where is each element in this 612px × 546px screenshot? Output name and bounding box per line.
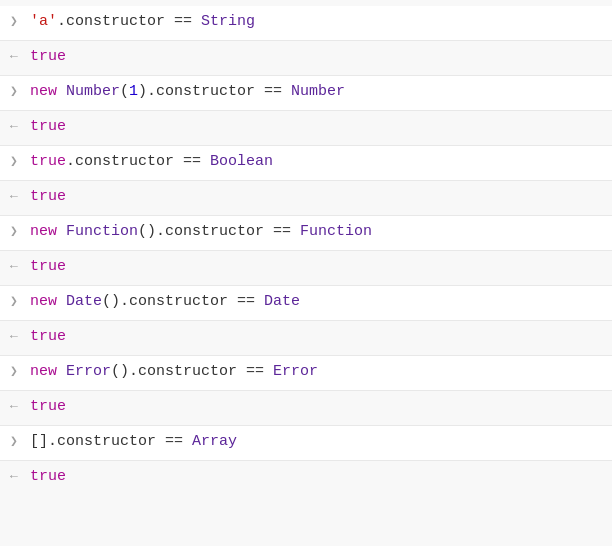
code-token: ( [120, 83, 129, 100]
code-line: true [28, 324, 612, 351]
output-row: ←true [0, 391, 612, 425]
code-token: new [30, 83, 66, 100]
code-token: .constructor == [57, 13, 201, 30]
code-token: Number [291, 83, 345, 100]
code-line: true [28, 394, 612, 421]
output-arrow: ← [0, 117, 28, 134]
code-token: String [201, 13, 255, 30]
code-token: 'a' [30, 13, 57, 30]
code-line: true [28, 114, 612, 141]
code-token: true [30, 398, 66, 415]
code-token: true [30, 328, 66, 345]
code-token: ).constructor == [138, 83, 291, 100]
input-row: ❯new Date().constructor == Date [0, 286, 612, 320]
output-row: ←true [0, 461, 612, 495]
output-arrow: ← [0, 257, 28, 274]
code-line: new Error().constructor == Error [28, 359, 612, 386]
code-token: true [30, 118, 66, 135]
code-token: new [30, 223, 66, 240]
code-token: Function [300, 223, 372, 240]
code-token: ().constructor == [102, 293, 264, 310]
code-line: 'a'.constructor == String [28, 9, 612, 36]
code-token: Boolean [210, 153, 273, 170]
code-token: ().constructor == [138, 223, 300, 240]
code-token: Number [66, 83, 120, 100]
code-line: true [28, 254, 612, 281]
input-row: ❯new Number(1).constructor == Number [0, 76, 612, 110]
input-row: ❯'a'.constructor == String [0, 6, 612, 40]
output-row: ←true [0, 41, 612, 75]
input-arrow: ❯ [0, 151, 28, 169]
output-arrow: ← [0, 327, 28, 344]
code-token: new [30, 363, 66, 380]
code-line: true.constructor == Boolean [28, 149, 612, 176]
code-token: Function [66, 223, 138, 240]
input-arrow: ❯ [0, 431, 28, 449]
input-row: ❯new Error().constructor == Error [0, 356, 612, 390]
console-container: ❯'a'.constructor == String←true❯new Numb… [0, 0, 612, 546]
code-token: ().constructor == [111, 363, 273, 380]
code-token: true [30, 48, 66, 65]
code-line: true [28, 44, 612, 71]
input-arrow: ❯ [0, 291, 28, 309]
output-row: ←true [0, 321, 612, 355]
output-row: ←true [0, 111, 612, 145]
code-line: [].constructor == Array [28, 429, 612, 456]
code-token: Date [66, 293, 102, 310]
code-line: new Date().constructor == Date [28, 289, 612, 316]
code-token: true [30, 188, 66, 205]
output-arrow: ← [0, 397, 28, 414]
code-token: [] [30, 433, 48, 450]
code-token: 1 [129, 83, 138, 100]
input-arrow: ❯ [0, 221, 28, 239]
output-row: ←true [0, 181, 612, 215]
input-arrow: ❯ [0, 361, 28, 379]
code-token: Error [273, 363, 318, 380]
code-line: true [28, 184, 612, 211]
code-token: .constructor == [48, 433, 192, 450]
code-line: true [28, 464, 612, 491]
input-row: ❯[].constructor == Array [0, 426, 612, 460]
code-token: Error [66, 363, 111, 380]
code-token: new [30, 293, 66, 310]
input-arrow: ❯ [0, 81, 28, 99]
code-token: Date [264, 293, 300, 310]
code-token: true [30, 258, 66, 275]
code-line: new Number(1).constructor == Number [28, 79, 612, 106]
output-row: ←true [0, 251, 612, 285]
code-token: Array [192, 433, 237, 450]
input-row: ❯true.constructor == Boolean [0, 146, 612, 180]
code-token: true [30, 153, 66, 170]
code-line: new Function().constructor == Function [28, 219, 612, 246]
input-arrow: ❯ [0, 11, 28, 29]
code-token: true [30, 468, 66, 485]
input-row: ❯new Function().constructor == Function [0, 216, 612, 250]
output-arrow: ← [0, 467, 28, 484]
code-token: .constructor == [66, 153, 210, 170]
output-arrow: ← [0, 47, 28, 64]
output-arrow: ← [0, 187, 28, 204]
